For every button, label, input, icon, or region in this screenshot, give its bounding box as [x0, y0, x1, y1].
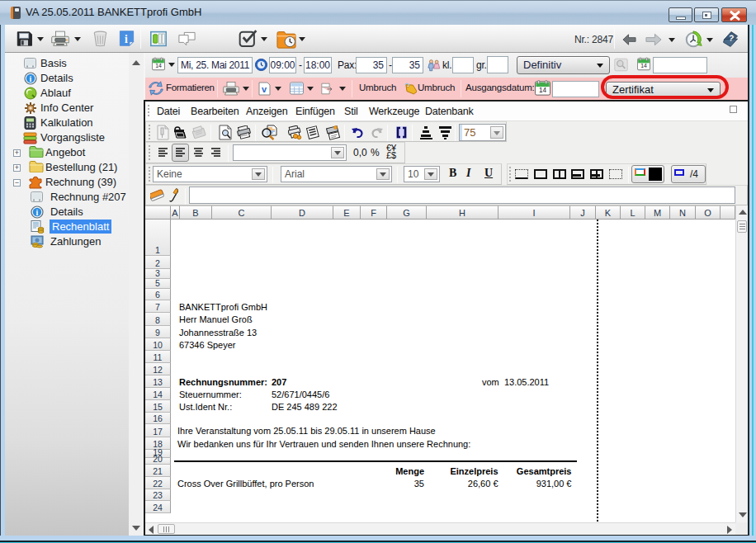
svg-text:v: v	[262, 84, 267, 94]
svg-text:i: i	[125, 33, 128, 45]
svg-text:14: 14	[640, 63, 647, 68]
svg-text:14: 14	[539, 87, 547, 94]
svg-text:i: i	[30, 74, 32, 83]
svg-text:14: 14	[155, 63, 162, 68]
svg-text:i: i	[36, 208, 39, 217]
